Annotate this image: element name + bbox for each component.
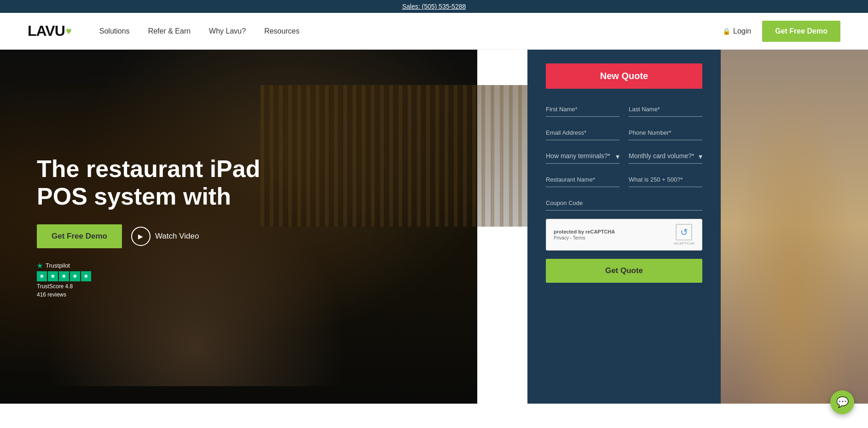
login-label: Login bbox=[733, 27, 751, 35]
logo-text: LAVU bbox=[28, 23, 65, 40]
main-nav: LAVU♥ Solutions Refer & Earn Why Lavu? R… bbox=[0, 13, 868, 50]
recaptcha-checkbox[interactable]: ↺ bbox=[676, 224, 692, 240]
nav-right: 🔒 Login Get Free Demo bbox=[723, 21, 840, 42]
math-field bbox=[629, 172, 702, 187]
recaptcha-logo-area: ↺ reCAPTCHA bbox=[674, 224, 694, 245]
phone-input[interactable] bbox=[629, 125, 702, 140]
contact-row bbox=[546, 125, 702, 140]
recaptcha-left: protected by reCAPTCHA Privacy - Terms bbox=[554, 229, 668, 240]
trustpilot-logo: ★ bbox=[37, 262, 43, 269]
first-name-input[interactable] bbox=[546, 102, 619, 117]
nav-why-lavu[interactable]: Why Lavu? bbox=[209, 27, 246, 35]
trustpilot-name: Trustpilot bbox=[46, 262, 70, 269]
new-quote-button[interactable]: New Quote bbox=[546, 63, 702, 89]
hero-demo-button[interactable]: Get Free Demo bbox=[37, 224, 122, 248]
coupon-input[interactable] bbox=[546, 195, 702, 211]
recaptcha-links: Privacy - Terms bbox=[554, 235, 668, 240]
trustscore: TrustScore 4.8 bbox=[37, 283, 440, 290]
card-volume-select-wrapper: Monthly card volume?* Under $10,000 $10,… bbox=[629, 148, 702, 164]
phone-field bbox=[629, 125, 702, 140]
email-field bbox=[546, 125, 619, 140]
terminals-field: How many terminals?* 1 2 3 4+ bbox=[546, 148, 619, 164]
hero-text-area: The restaurant iPad POS system with Get … bbox=[0, 50, 477, 404]
hero-title: The restaurant iPad POS system with bbox=[37, 155, 267, 211]
star-5: ★ bbox=[81, 271, 91, 281]
nav-links: Solutions Refer & Earn Why Lavu? Resourc… bbox=[99, 27, 723, 35]
email-input[interactable] bbox=[546, 125, 619, 140]
top-bar: Sales: (505) 535-5288 bbox=[0, 0, 868, 13]
last-name-field bbox=[629, 102, 702, 117]
nav-resources[interactable]: Resources bbox=[264, 27, 299, 35]
terminals-select-wrapper: How many terminals?* 1 2 3 4+ bbox=[546, 148, 619, 164]
restaurant-row bbox=[546, 172, 702, 187]
restaurant-name-field bbox=[546, 172, 619, 187]
chat-icon: 💬 bbox=[836, 396, 849, 404]
recaptcha-privacy-link[interactable]: Privacy bbox=[554, 235, 569, 240]
recaptcha-badge: reCAPTCHA bbox=[674, 241, 694, 245]
terminals-row: How many terminals?* 1 2 3 4+ Monthly ca… bbox=[546, 148, 702, 164]
recaptcha-title: protected by reCAPTCHA bbox=[554, 229, 668, 234]
phone-link[interactable]: Sales: (505) 535-5288 bbox=[402, 3, 466, 10]
get-quote-button[interactable]: Get Quote bbox=[546, 259, 702, 283]
trustpilot-area: ★ Trustpilot ★ ★ ★ ★ ★ TrustScore 4.8 41… bbox=[37, 262, 440, 298]
lock-icon: 🔒 bbox=[723, 28, 730, 35]
terminals-select[interactable]: How many terminals?* 1 2 3 4+ bbox=[546, 148, 619, 164]
nav-solutions[interactable]: Solutions bbox=[99, 27, 130, 35]
play-icon: ▶ bbox=[131, 227, 150, 246]
star-1: ★ bbox=[37, 271, 47, 281]
login-link[interactable]: 🔒 Login bbox=[723, 27, 751, 35]
nav-refer-earn[interactable]: Refer & Earn bbox=[148, 27, 191, 35]
quote-form-panel: New Quote bbox=[527, 50, 721, 404]
star-3: ★ bbox=[59, 271, 69, 281]
restaurant-name-input[interactable] bbox=[546, 172, 619, 187]
logo: LAVU♥ bbox=[28, 23, 72, 40]
last-name-input[interactable] bbox=[629, 102, 702, 117]
hero-content: The restaurant iPad POS system with Get … bbox=[0, 50, 868, 404]
math-input[interactable] bbox=[629, 172, 702, 187]
logo-heart: ♥ bbox=[66, 25, 72, 37]
name-row bbox=[546, 102, 702, 117]
hero-cta: Get Free Demo ▶ Watch Video bbox=[37, 224, 440, 248]
first-name-field bbox=[546, 102, 619, 117]
watch-video-label: Watch Video bbox=[155, 232, 199, 241]
card-volume-select[interactable]: Monthly card volume?* Under $10,000 $10,… bbox=[629, 148, 702, 164]
recaptcha-box: protected by reCAPTCHA Privacy - Terms ↺… bbox=[546, 219, 702, 251]
nav-get-demo-button[interactable]: Get Free Demo bbox=[762, 21, 840, 42]
coupon-field bbox=[546, 195, 702, 211]
trustpilot-label: ★ Trustpilot bbox=[37, 262, 440, 269]
recaptcha-terms-link[interactable]: Terms bbox=[573, 235, 585, 240]
star-4: ★ bbox=[70, 271, 80, 281]
watch-video-button[interactable]: ▶ Watch Video bbox=[131, 227, 199, 246]
star-rating: ★ ★ ★ ★ ★ bbox=[37, 271, 440, 281]
review-count: 416 reviews bbox=[37, 291, 440, 298]
card-volume-field: Monthly card volume?* Under $10,000 $10,… bbox=[629, 148, 702, 164]
star-2: ★ bbox=[48, 271, 58, 281]
hero-section: The restaurant iPad POS system with Get … bbox=[0, 50, 868, 404]
